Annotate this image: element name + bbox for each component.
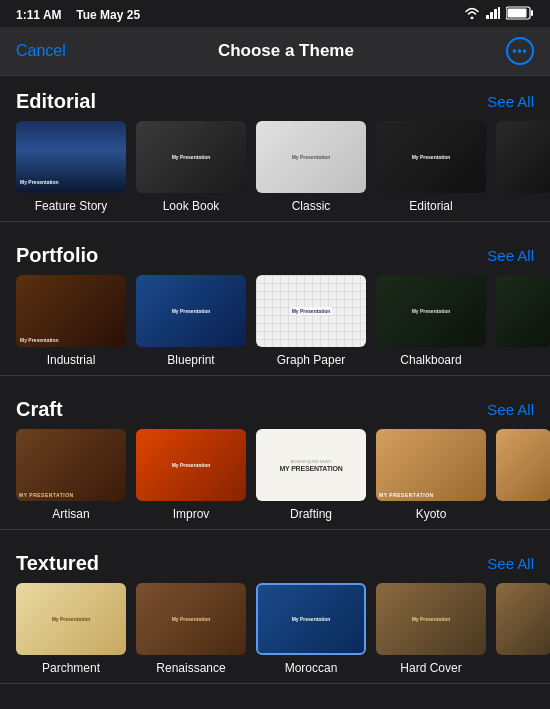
content-scroll[interactable]: Editorial See All My Presentation Featur…: [0, 76, 550, 705]
section-title-craft: Craft: [16, 398, 63, 421]
kyoto-label: Kyoto: [416, 507, 447, 521]
craft-overflow: [496, 429, 550, 501]
section-header-my-themes: My Themes: [0, 692, 550, 705]
classic-label: Classic: [292, 199, 331, 213]
section-textured: Textured See All My Presentation Parchme…: [0, 538, 550, 675]
svg-rect-5: [531, 10, 533, 16]
see-all-textured[interactable]: See All: [487, 555, 534, 572]
theme-classic[interactable]: My Presentation Classic: [256, 121, 366, 213]
theme-moroccan[interactable]: My Presentation Moroccan: [256, 583, 366, 675]
more-button[interactable]: •••: [506, 37, 534, 65]
drafting-thumbnail: BONUM QUOD NUNC MY PRESENTATION: [256, 429, 366, 501]
separator-2: [0, 375, 550, 376]
drafting-label: Drafting: [290, 507, 332, 521]
signal-icon: [486, 7, 500, 22]
artisan-thumbnail: MY PRESENTATION: [16, 429, 126, 501]
improv-thumbnail: My Presentation: [136, 429, 246, 501]
renaissance-thumbnail: My Presentation: [136, 583, 246, 655]
moroccan-label: Moroccan: [285, 661, 338, 675]
separator-4: [0, 683, 550, 684]
chalkboard-thumbnail: My Presentation: [376, 275, 486, 347]
theme-kyoto[interactable]: MY PRESENTATION Kyoto: [376, 429, 486, 521]
page-title: Choose a Theme: [218, 41, 354, 61]
graph-paper-label: Graph Paper: [277, 353, 346, 367]
artisan-label: Artisan: [52, 507, 89, 521]
see-all-craft[interactable]: See All: [487, 401, 534, 418]
improv-label: Improv: [173, 507, 210, 521]
theme-drafting[interactable]: BONUM QUOD NUNC MY PRESENTATION Drafting: [256, 429, 366, 521]
status-bar: 1:11 AM Tue May 25: [0, 0, 550, 27]
status-right: [464, 6, 534, 23]
moroccan-thumbnail: My Presentation: [256, 583, 366, 655]
nav-bar: Cancel Choose a Theme •••: [0, 27, 550, 76]
kyoto-thumbnail: MY PRESENTATION: [376, 429, 486, 501]
battery-icon: [506, 6, 534, 23]
separator-1: [0, 221, 550, 222]
textured-overflow: [496, 583, 550, 655]
section-craft: Craft See All MY PRESENTATION Artisan My…: [0, 384, 550, 521]
hard-cover-label: Hard Cover: [400, 661, 461, 675]
theme-artisan[interactable]: MY PRESENTATION Artisan: [16, 429, 126, 521]
chalkboard-label: Chalkboard: [400, 353, 461, 367]
theme-hard-cover[interactable]: My Presentation Hard Cover: [376, 583, 486, 675]
theme-renaissance[interactable]: My Presentation Renaissance: [136, 583, 246, 675]
section-header-craft: Craft See All: [0, 384, 550, 429]
svg-rect-6: [508, 9, 527, 18]
portfolio-thumbs-row: My Presentation Industrial My Presentati…: [0, 275, 550, 367]
theme-editorial[interactable]: My Presentation Editorial: [376, 121, 486, 213]
look-book-label: Look Book: [163, 199, 220, 213]
section-editorial: Editorial See All My Presentation Featur…: [0, 76, 550, 213]
svg-rect-2: [494, 9, 497, 19]
theme-chalkboard[interactable]: My Presentation Chalkboard: [376, 275, 486, 367]
blueprint-thumbnail: My Presentation: [136, 275, 246, 347]
graph-paper-thumbnail: My Presentation: [256, 275, 366, 347]
svg-rect-0: [486, 15, 489, 19]
editorial-label: Editorial: [409, 199, 452, 213]
feature-story-label: Feature Story: [35, 199, 108, 213]
status-left: 1:11 AM Tue May 25: [16, 8, 140, 22]
feature-story-thumbnail: My Presentation: [16, 121, 126, 193]
blueprint-label: Blueprint: [167, 353, 214, 367]
theme-graph-paper[interactable]: My Presentation Graph Paper: [256, 275, 366, 367]
see-all-editorial[interactable]: See All: [487, 93, 534, 110]
hard-cover-thumbnail: My Presentation: [376, 583, 486, 655]
cancel-button[interactable]: Cancel: [16, 42, 66, 60]
industrial-thumbnail: My Presentation: [16, 275, 126, 347]
parchment-label: Parchment: [42, 661, 100, 675]
classic-thumbnail: My Presentation: [256, 121, 366, 193]
craft-thumbs-row: MY PRESENTATION Artisan My Presentation …: [0, 429, 550, 521]
industrial-label: Industrial: [47, 353, 96, 367]
section-header-textured: Textured See All: [0, 538, 550, 583]
section-title-editorial: Editorial: [16, 90, 96, 113]
portfolio-overflow: [496, 275, 550, 347]
wifi-icon: [464, 7, 480, 22]
theme-parchment[interactable]: My Presentation Parchment: [16, 583, 126, 675]
editorial-thumbs-row: My Presentation Feature Story My Present…: [0, 121, 550, 213]
svg-rect-3: [498, 7, 500, 19]
look-book-thumbnail: My Presentation: [136, 121, 246, 193]
textured-thumbs-row: My Presentation Parchment My Presentatio…: [0, 583, 550, 675]
theme-industrial[interactable]: My Presentation Industrial: [16, 275, 126, 367]
section-title-portfolio: Portfolio: [16, 244, 98, 267]
status-day: Tue May 25: [76, 8, 140, 22]
section-header-portfolio: Portfolio See All: [0, 230, 550, 275]
section-my-themes: My Themes B Lorem Ipsum Dolor lorem sub …: [0, 692, 550, 705]
section-header-editorial: Editorial See All: [0, 76, 550, 121]
section-title-textured: Textured: [16, 552, 99, 575]
section-portfolio: Portfolio See All My Presentation Indust…: [0, 230, 550, 367]
status-time: 1:11 AM: [16, 8, 62, 22]
renaissance-label: Renaissance: [156, 661, 225, 675]
theme-look-book[interactable]: My Presentation Look Book: [136, 121, 246, 213]
theme-improv[interactable]: My Presentation Improv: [136, 429, 246, 521]
theme-blueprint[interactable]: My Presentation Blueprint: [136, 275, 246, 367]
svg-rect-1: [490, 12, 493, 19]
editorial-thumbnail: My Presentation: [376, 121, 486, 193]
parchment-thumbnail: My Presentation: [16, 583, 126, 655]
see-all-portfolio[interactable]: See All: [487, 247, 534, 264]
theme-overflow: [496, 121, 550, 193]
theme-feature-story[interactable]: My Presentation Feature Story: [16, 121, 126, 213]
separator-3: [0, 529, 550, 530]
